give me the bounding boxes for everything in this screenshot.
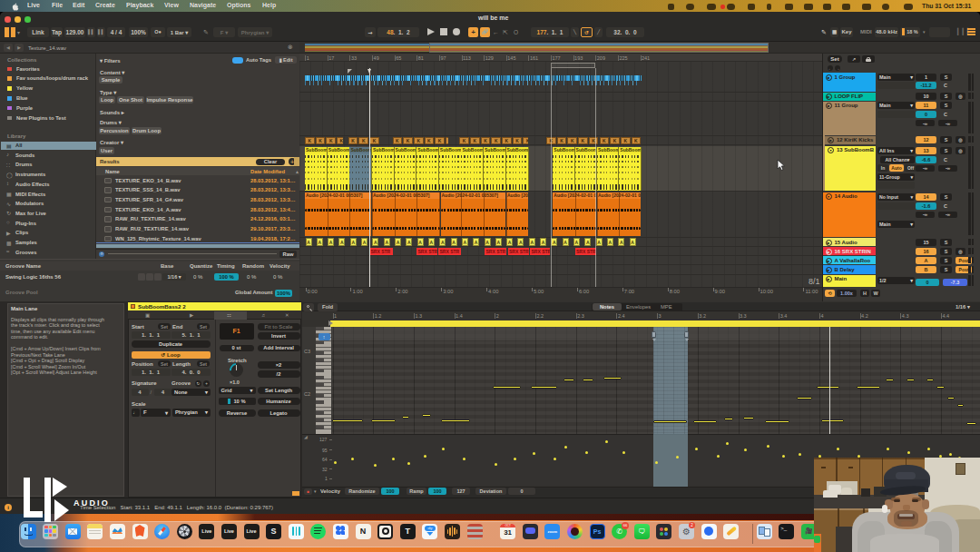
svg-text:AUDIO: AUDIO bbox=[74, 498, 110, 508]
